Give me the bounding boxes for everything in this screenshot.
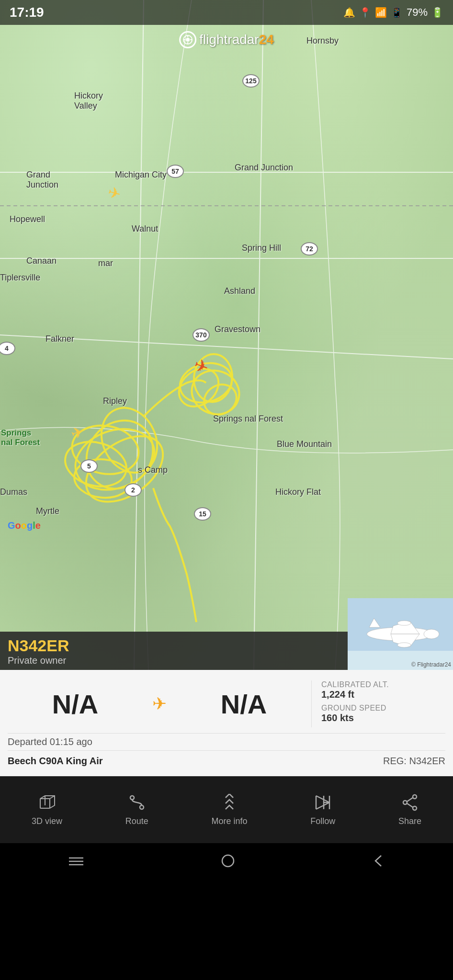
google-watermark: Google (8, 520, 41, 531)
status-time: 17:19 (10, 5, 44, 20)
svg-point-40 (413, 806, 417, 810)
departed-text: Departed 01:15 ago (8, 736, 92, 747)
share-icon (401, 794, 419, 813)
calibrated-alt-value: 1,224 ft (321, 689, 445, 700)
highway-5: 5 (80, 459, 98, 473)
recent-apps-button[interactable] (69, 855, 83, 870)
fr24-brand-text: flightradar24 (199, 32, 274, 47)
svg-line-1 (134, 0, 144, 670)
fr24-number: 24 (259, 32, 274, 47)
highway-57: 57 (167, 165, 184, 178)
svg-point-28 (397, 643, 411, 647)
aircraft-copyright: © Flightradar24 (411, 661, 451, 668)
nav-route[interactable]: Route (118, 789, 156, 831)
signal-icon: 📱 (391, 7, 403, 18)
battery-indicator: 79% (407, 6, 428, 19)
highway-370: 370 (193, 328, 210, 342)
svg-line-41 (407, 798, 413, 802)
aircraft-thumbnail: © Flightradar24 (348, 598, 453, 670)
owner-type: Private owner (8, 655, 340, 666)
registration: REG: N342ER (383, 756, 445, 767)
ground-speed-label: GROUND SPEED (321, 704, 445, 713)
svg-point-38 (413, 795, 417, 799)
svg-line-2 (254, 0, 263, 670)
nav-more-info[interactable]: More info (204, 789, 255, 831)
calibrated-alt-label: CALIBRATED ALT. (321, 680, 445, 689)
svg-point-39 (403, 801, 407, 804)
system-navigation (0, 843, 453, 881)
wifi-icon: 📶 (375, 7, 387, 18)
highway-15: 15 (194, 507, 211, 521)
svg-point-31 (140, 805, 144, 809)
route-icon (128, 794, 146, 813)
bottom-navigation: 3D view Route More info (0, 776, 453, 843)
nav-route-label: Route (125, 816, 148, 826)
departure-code: N/A (8, 689, 143, 720)
ground-speed-value: 160 kts (321, 713, 445, 724)
route-plane-icon: ✈ (152, 694, 167, 714)
battery-icon: 🔋 (431, 7, 443, 18)
follow-icon (314, 794, 331, 813)
flight-data-panel: N/A ✈ N/A CALIBRATED ALT. 1,224 ft GROUN… (0, 670, 453, 776)
svg-line-4 (0, 335, 453, 359)
nav-more-info-label: More info (211, 816, 247, 826)
aircraft-image (348, 598, 453, 670)
map-svg (0, 0, 453, 670)
callsign: N342ER (8, 636, 69, 655)
status-bar: 17:19 🔔 📍 📶 📱 79% 🔋 (0, 0, 453, 25)
departed-row: Departed 01:15 ago (8, 733, 445, 750)
map-container[interactable]: flightradar24 Hornsby HickoryValley Gran… (0, 0, 453, 670)
highway-72: 72 (301, 242, 318, 256)
more-info-icon (221, 794, 238, 813)
svg-line-32 (316, 796, 329, 802)
cube-icon (38, 794, 56, 813)
svg-point-19 (186, 38, 190, 42)
aircraft-type-row: Beech C90A King Air REG: N342ER (8, 750, 445, 771)
nav-share[interactable]: Share (391, 789, 429, 831)
nav-3d-label: 3D view (32, 816, 62, 826)
svg-point-46 (222, 855, 234, 867)
location-icon: 📍 (359, 7, 371, 18)
svg-point-30 (130, 796, 134, 800)
home-button[interactable] (221, 854, 235, 871)
route-row: N/A ✈ N/A CALIBRATED ALT. 1,224 ft GROUN… (8, 675, 445, 733)
highway-2: 2 (125, 483, 142, 497)
status-icons: 🔔 📍 📶 📱 79% 🔋 (343, 6, 443, 19)
fr24-logo: flightradar24 (179, 31, 274, 48)
nav-share-label: Share (398, 816, 421, 826)
svg-point-27 (397, 621, 411, 625)
right-stats: CALIBRATED ALT. 1,224 ft GROUND SPEED 16… (311, 680, 445, 727)
fr24-logo-icon (179, 31, 196, 48)
back-button[interactable] (373, 854, 384, 871)
svg-line-42 (407, 803, 413, 807)
aircraft-type: Beech C90A King Air (8, 756, 103, 767)
nav-3d-view[interactable]: 3D view (24, 789, 70, 831)
highway-125: 125 (242, 74, 260, 88)
callsign-line: N342ER (8, 636, 340, 655)
nav-follow-label: Follow (310, 816, 335, 826)
arrival-code: N/A (176, 689, 311, 720)
svg-point-23 (424, 629, 439, 639)
nav-follow[interactable]: Follow (303, 789, 343, 831)
alarm-icon: 🔔 (343, 7, 355, 18)
info-panel: N342ER Private owner (0, 632, 348, 670)
svg-line-33 (316, 802, 329, 809)
